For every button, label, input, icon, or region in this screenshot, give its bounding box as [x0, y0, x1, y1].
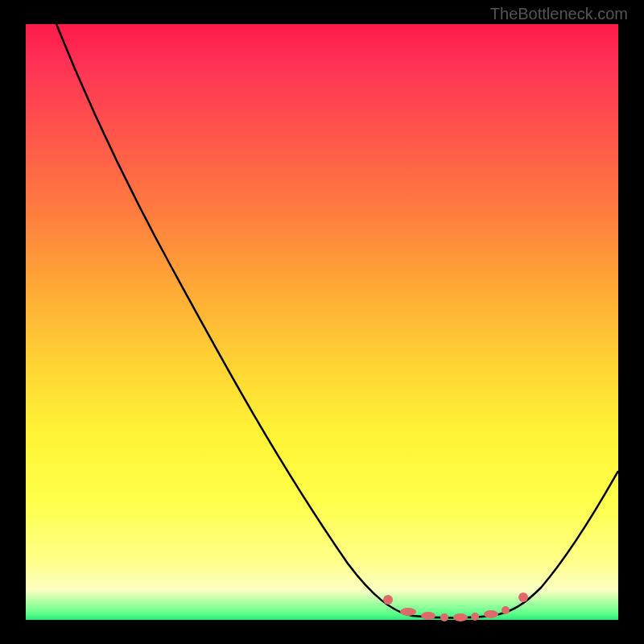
chart-svg — [26, 24, 618, 620]
marker-dot — [453, 613, 468, 621]
marker-dot — [440, 613, 448, 621]
marker-dot — [471, 613, 479, 621]
marker-dot — [421, 612, 436, 620]
marker-dot — [400, 608, 416, 616]
dotted-marker-group — [383, 592, 528, 621]
chart-plot-area — [26, 24, 618, 620]
bottleneck-curve-line — [56, 24, 618, 617]
marker-dot — [502, 606, 510, 614]
marker-dot — [383, 595, 393, 605]
marker-dot — [484, 610, 498, 618]
watermark-text: TheBottleneck.com — [490, 5, 628, 23]
marker-dot — [518, 592, 528, 602]
